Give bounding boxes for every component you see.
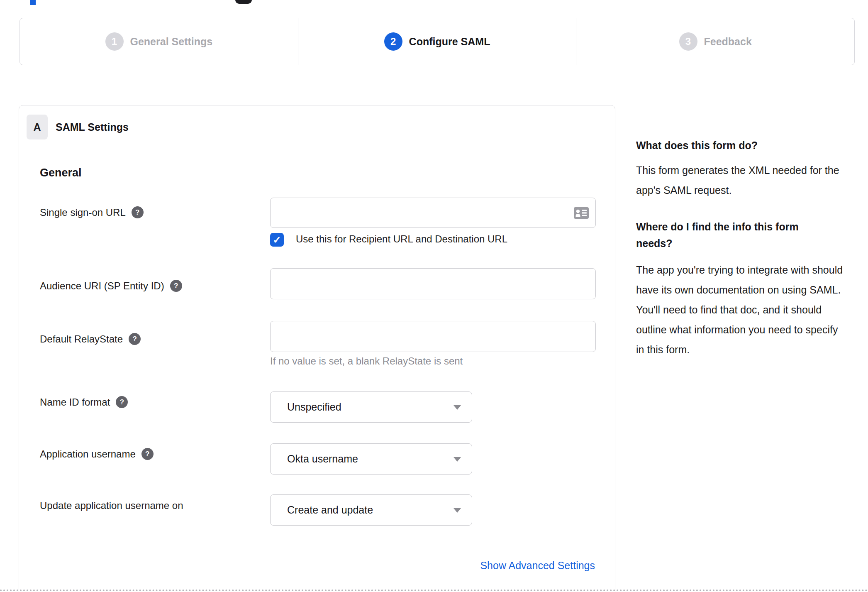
chevron-down-icon: [454, 457, 461, 462]
update-username-label-row: Update application username on: [40, 500, 183, 511]
step-general-settings[interactable]: 1 General Settings: [20, 18, 298, 65]
section-title: SAML Settings: [56, 115, 129, 139]
audience-uri-input[interactable]: [270, 268, 596, 299]
sso-url-input[interactable]: [270, 198, 596, 228]
app-username-select[interactable]: Okta username: [270, 443, 472, 475]
name-id-format-select[interactable]: Unspecified: [270, 391, 472, 423]
saml-settings-panel: A SAML Settings General Single sign-on U…: [19, 105, 615, 592]
sso-url-label: Single sign-on URL: [40, 207, 126, 218]
show-advanced-settings-link[interactable]: Show Advanced Settings: [480, 560, 595, 572]
saml-setup-wizard-page: 1 General Settings 2 Configure SAML 3 Fe…: [0, 0, 868, 592]
sso-url-help-icon[interactable]: ?: [132, 206, 144, 218]
app-username-help-icon[interactable]: ?: [141, 448, 154, 460]
chevron-down-icon: [454, 508, 461, 513]
bottom-dotted-divider: [0, 590, 868, 591]
step-1-label: General Settings: [130, 36, 213, 48]
update-username-label: Update application username on: [40, 500, 183, 511]
general-group-heading: General: [40, 166, 82, 179]
help-answer-2: The app you're trying to integrate with …: [636, 260, 848, 360]
step-2-circle: 2: [384, 32, 402, 51]
name-id-format-label: Name ID format: [40, 396, 110, 408]
help-answer-1: This form generates the XML needed for t…: [636, 160, 848, 200]
chevron-down-icon: [454, 405, 461, 410]
cutoff-header-blue-element: [30, 0, 36, 5]
step-configure-saml[interactable]: 2 Configure SAML: [298, 18, 576, 65]
help-question-2: Where do I find the info this form needs…: [636, 218, 831, 252]
relaystate-help-icon[interactable]: ?: [129, 333, 141, 345]
update-username-select[interactable]: Create and update: [270, 494, 472, 526]
app-username-label-row: Application username ?: [40, 448, 154, 460]
cutoff-header-dark-element: [235, 0, 252, 4]
help-question-1: What does this form do?: [636, 137, 848, 154]
contact-card-icon[interactable]: [574, 207, 589, 219]
step-3-circle: 3: [679, 32, 697, 51]
name-id-format-label-row: Name ID format ?: [40, 396, 128, 408]
recipient-url-checkbox[interactable]: ✓: [270, 233, 284, 247]
relaystate-input[interactable]: [270, 321, 596, 352]
relaystate-helper-text: If no value is set, a blank RelayState i…: [270, 355, 463, 367]
recipient-url-checkbox-label[interactable]: Use this for Recipient URL and Destinati…: [296, 233, 507, 245]
app-username-label: Application username: [40, 448, 136, 460]
app-username-value: Okta username: [287, 453, 358, 465]
wizard-stepper: 1 General Settings 2 Configure SAML 3 Fe…: [20, 18, 855, 65]
sso-url-label-row: Single sign-on URL ?: [40, 206, 144, 218]
section-a-badge: A: [27, 115, 48, 139]
name-id-format-help-icon[interactable]: ?: [116, 396, 128, 408]
relaystate-label-row: Default RelayState ?: [40, 333, 141, 345]
checkbox-check-icon: ✓: [273, 234, 281, 246]
audience-uri-label-row: Audience URI (SP Entity ID) ?: [40, 280, 182, 292]
audience-uri-help-icon[interactable]: ?: [170, 280, 182, 292]
name-id-format-value: Unspecified: [287, 401, 341, 413]
step-1-circle: 1: [105, 32, 124, 51]
audience-uri-label: Audience URI (SP Entity ID): [40, 280, 164, 292]
step-3-label: Feedback: [704, 36, 752, 48]
update-username-value: Create and update: [287, 504, 373, 516]
step-feedback[interactable]: 3 Feedback: [576, 18, 854, 65]
relaystate-label: Default RelayState: [40, 333, 123, 345]
step-2-label: Configure SAML: [409, 36, 490, 48]
